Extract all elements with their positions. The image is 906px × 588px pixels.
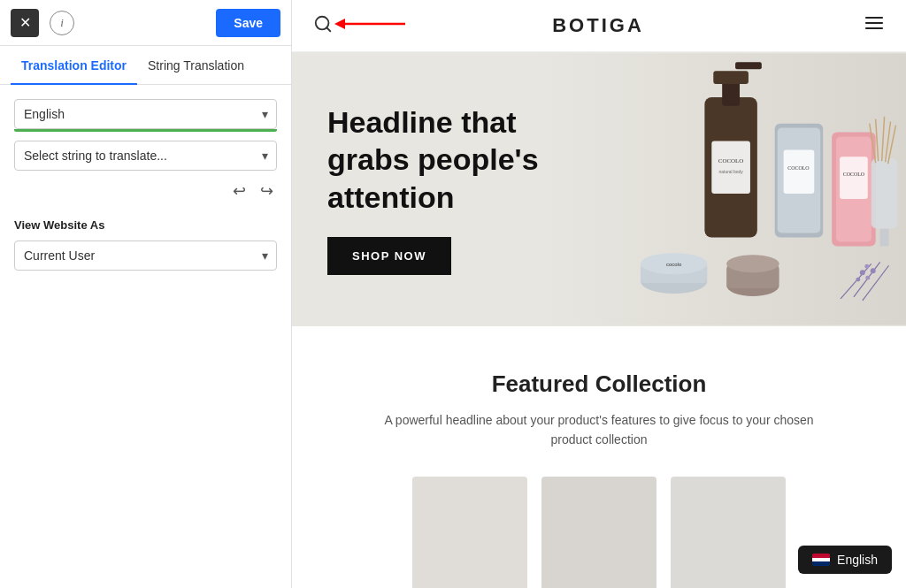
red-arrow-indicator xyxy=(334,14,405,37)
view-as-select[interactable]: Current User Guest Administrator xyxy=(14,241,277,271)
product-card xyxy=(541,477,656,588)
language-select[interactable]: English Spanish French German xyxy=(14,99,277,129)
featured-title: Featured Collection xyxy=(327,370,871,398)
svg-point-42 xyxy=(870,268,875,273)
svg-rect-30 xyxy=(871,158,897,228)
save-button[interactable]: Save xyxy=(216,9,280,37)
redo-button[interactable]: ↪ xyxy=(257,178,277,204)
site-brand: BOTIGA xyxy=(552,14,644,37)
svg-text:natural body: natural body xyxy=(718,170,743,174)
svg-point-39 xyxy=(856,278,860,282)
svg-marker-3 xyxy=(334,19,345,29)
svg-rect-11 xyxy=(735,62,762,69)
language-select-wrapper: English Spanish French German xyxy=(14,99,277,129)
product-card xyxy=(671,477,786,588)
language-badge[interactable]: English xyxy=(798,546,892,574)
svg-text:COCOLO: COCOLO xyxy=(718,157,742,164)
site-navbar: BOTIGA xyxy=(292,0,906,52)
string-select-wrapper: Select string to translate... xyxy=(14,141,277,171)
tabs-bar: Translation Editor String Translation xyxy=(0,46,291,85)
language-underline xyxy=(14,129,277,132)
hero-text: Headline that grabs people's attention S… xyxy=(292,68,610,311)
tab-translation-editor[interactable]: Translation Editor xyxy=(11,46,137,85)
undo-redo-bar: ↩ ↪ xyxy=(14,178,277,204)
undo-button[interactable]: ↩ xyxy=(229,178,250,204)
svg-rect-31 xyxy=(879,229,888,247)
tab-string-translation[interactable]: String Translation xyxy=(137,46,255,85)
svg-text:COCOLO: COCOLO xyxy=(842,172,864,177)
close-button[interactable]: ✕ xyxy=(11,9,39,37)
shop-now-button[interactable]: SHOP NOW xyxy=(327,237,451,275)
svg-point-43 xyxy=(865,276,870,280)
us-flag-icon xyxy=(812,554,830,566)
right-panel: BOTIGA Headline that grabs people's atte… xyxy=(292,0,906,588)
panel-content: English Spanish French German Select str… xyxy=(0,85,291,588)
svg-text:cocolo: cocolo xyxy=(666,262,682,267)
svg-rect-17 xyxy=(783,149,814,194)
product-card xyxy=(412,477,527,588)
left-panel: ✕ i Save Translation Editor String Trans… xyxy=(0,0,292,588)
menu-icon[interactable] xyxy=(864,12,885,39)
toolbar: ✕ i Save xyxy=(0,0,291,46)
view-website-label: View Website As xyxy=(14,218,277,232)
svg-point-29 xyxy=(726,255,779,272)
hero-headline: Headline that grabs people's attention xyxy=(327,103,575,217)
svg-rect-10 xyxy=(713,71,749,84)
product-cards-row xyxy=(327,477,871,588)
featured-description: A powerful headline about your product's… xyxy=(369,410,829,450)
hero-section: Headline that grabs people's attention S… xyxy=(292,52,906,326)
svg-line-1 xyxy=(326,27,330,31)
string-select[interactable]: Select string to translate... xyxy=(14,141,277,171)
svg-text:COCOLO: COCOLO xyxy=(787,165,810,171)
svg-point-40 xyxy=(864,264,869,269)
info-button[interactable]: i xyxy=(50,11,74,35)
search-icon[interactable] xyxy=(313,14,333,38)
svg-rect-12 xyxy=(711,141,750,193)
svg-point-38 xyxy=(859,270,864,275)
language-badge-label: English xyxy=(837,553,878,567)
view-as-select-wrapper: Current User Guest Administrator xyxy=(14,241,277,271)
svg-rect-21 xyxy=(840,157,868,199)
